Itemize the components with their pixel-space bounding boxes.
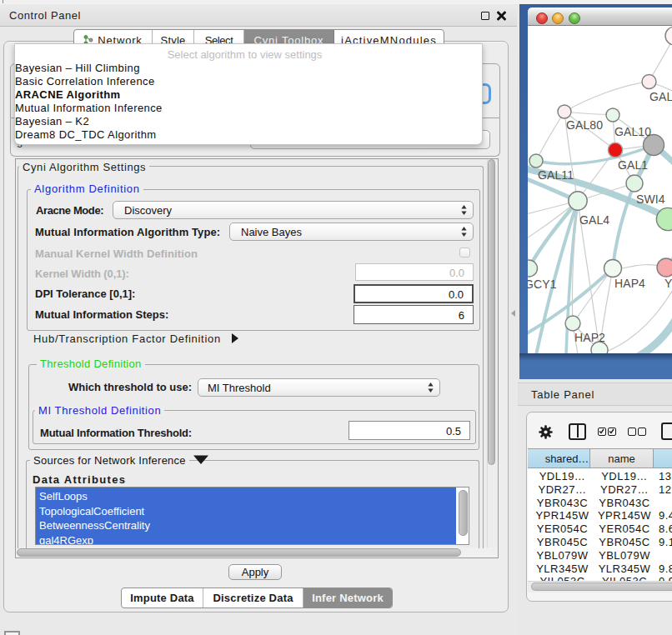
svg-text:YJ: YJ (664, 277, 672, 290)
svg-text:GAL1: GAL1 (618, 158, 648, 172)
svg-text:HAP4: HAP4 (614, 277, 645, 290)
svg-text:GCY1: GCY1 (528, 278, 557, 291)
svg-text:GAL80: GAL80 (566, 118, 603, 132)
svg-text:GAL10: GAL10 (614, 125, 651, 138)
svg-text:GAL11: GAL11 (538, 168, 574, 182)
svg-text:SWI4: SWI4 (636, 192, 665, 206)
svg-text:HAP2: HAP2 (574, 331, 605, 344)
svg-text:GAL4: GAL4 (579, 213, 609, 227)
svg-text:GAL2: GAL2 (649, 90, 672, 103)
